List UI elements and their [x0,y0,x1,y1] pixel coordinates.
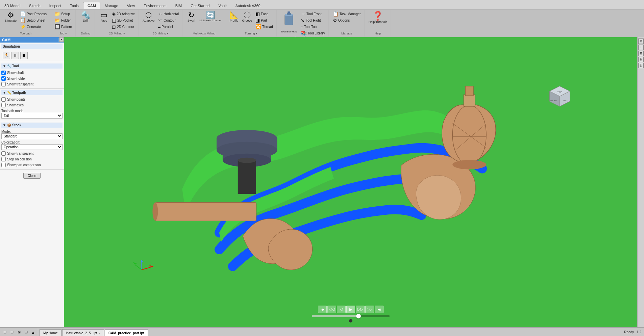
tool-top-button[interactable]: ↑ Tool Top [299,24,326,30]
playback-slider[interactable] [312,315,390,317]
tab-tools[interactable]: Tools [66,2,83,9]
simulate-button[interactable]: ⚙ Simulate [3,11,18,23]
tab-manage[interactable]: Manage [100,2,123,9]
pattern-button[interactable]: 🔲 Pattern [53,24,73,30]
playback-play-btn[interactable]: ▶ [346,306,355,313]
show-transparent-stock-checkbox[interactable] [1,151,6,156]
setup-button[interactable]: 📁 Setup [53,11,73,17]
tab-3dmodel[interactable]: 3D Model [0,2,25,9]
tab-a360[interactable]: Autodesk A360 [231,2,265,9]
part-button[interactable]: ◨ Part [254,17,274,23]
playback-prev-btn[interactable]: ◁ [337,306,346,313]
help-icon: ❓ [372,11,383,20]
tool-right-button[interactable]: ↘ Tool Right [299,17,326,23]
playback-first-btn[interactable]: ⏮ [318,306,327,313]
stock-section-title[interactable]: ▼ 📦 Stock [1,123,63,128]
tab-sketch[interactable]: Sketch [25,2,45,9]
sim-run-btn[interactable]: 🏃 [3,52,10,59]
face-label: Face [100,19,107,22]
rt-btn-2[interactable]: ↕ [638,45,644,50]
horizontal-button[interactable]: ↔ Horizontal [156,11,180,17]
show-axes-checkbox[interactable] [1,103,6,107]
rt-btn-4[interactable]: ⊕ [638,57,644,62]
drill-button[interactable]: 🔩 Drill [79,11,92,23]
face-button[interactable]: ▭ Face [98,11,110,23]
tab-inspect[interactable]: Inspect [45,2,66,9]
rt-btn-3[interactable]: ⊟ [638,51,644,56]
playback-prev-fast-btn[interactable]: ◁◁ [327,306,336,313]
show-axes-row: Show axes [1,102,63,108]
2d-adaptive-button[interactable]: ◈ 2D Adaptive [110,11,136,17]
setup-sheet-button[interactable]: 📋 Setup Sheet [19,17,48,23]
2d-contour-button[interactable]: ◻ 2D Contour [110,24,136,30]
2d-pocket-button[interactable]: ◫ 2D Pocket [110,17,136,23]
tab-bim[interactable]: BIM [171,2,187,9]
folder-button[interactable]: 📂 Folder [53,17,73,23]
close-simulation-btn[interactable]: Close [23,173,41,179]
show-points-row: Show points [1,97,63,102]
stop-on-collision-checkbox[interactable] [1,157,6,161]
mode-select[interactable]: Standard Translucent Wireframe Hidden [1,133,63,139]
show-transparent-tool-checkbox[interactable] [1,82,6,86]
setup-label: Setup [61,12,70,16]
sim-pause-btn[interactable]: ⏸ [11,52,19,59]
playback-last-btn[interactable]: ⏭ [375,306,383,313]
toolpath-section-title[interactable]: ▼ 📏 Toolpath [1,90,63,95]
playback-next-btn[interactable]: ▷▷ [356,306,365,313]
parallel-button[interactable]: ≡ Parallel [156,24,180,30]
generate-button[interactable]: ⚡ Generate [19,24,48,30]
bottom-icon-5[interactable]: ▲ [30,329,36,336]
tool-section-title[interactable]: ▼ 🔧 Tool [1,63,63,69]
manage-col: 📋 Task Manager ⚙ Options [331,11,362,23]
tab-my-home[interactable]: My Home [40,329,61,336]
tab-cam-practice[interactable]: CAM_practice_part.ipt [105,329,148,336]
toolpath-mode-select[interactable]: Tail Head Full [1,113,63,119]
contour-button[interactable]: 〰 Contour [156,17,180,23]
tab-instructable[interactable]: Instructable_2_5...ipt × [62,329,104,336]
show-shaft-checkbox[interactable] [1,71,6,75]
simulation-label: Simulation [3,45,20,48]
tool-library-button[interactable]: 📚 Tool Library [299,30,326,36]
tool-front-label: Tool Front [306,12,321,16]
tab-getstarted[interactable]: Get Started [186,2,214,9]
tab-cam[interactable]: CAM [83,2,100,9]
2dmilling-col: ◈ 2D Adaptive ◫ 2D Pocket ◻ 2D Contour [110,11,136,30]
3dmilling-col: ↔ Horizontal 〰 Contour ≡ Parallel [156,11,180,30]
bottom-icon-1[interactable]: ⊞ [1,329,8,336]
bottom-icon-3[interactable]: ⊠ [16,329,22,336]
profile-button[interactable]: 📐 Profile [228,11,240,23]
ribbon-group-help: ❓ Help/Tutorials Help [365,10,391,36]
adaptive-button[interactable]: ⬡ Adaptive [141,11,156,23]
task-manager-button[interactable]: 📋 Task Manager [331,11,362,17]
show-points-checkbox[interactable] [1,97,6,102]
playback-next-fast-btn[interactable]: ▷▷ [365,306,374,313]
panel-close-btn[interactable]: × [59,37,64,42]
show-holder-checkbox[interactable] [1,76,6,81]
tool-front-button[interactable]: → Tool Front [299,11,326,17]
options-button[interactable]: ⚙ Options [331,17,362,23]
multiaxis-contour-button[interactable]: 🔄 Multi-Axis Contour [198,11,223,23]
colorization-select[interactable]: Operation Tool None [1,144,63,150]
thread-button[interactable]: 🔀 Thread [254,24,274,30]
tool-isometric-icon [282,11,296,30]
show-part-comparison-checkbox[interactable] [1,163,6,167]
tab-view[interactable]: View [123,2,140,9]
groove-button[interactable]: 〇 Groove [241,11,254,23]
mode-container: Mode: Standard Translucent Wireframe Hid… [1,129,63,140]
tool-isometric-button[interactable]: Tool Isometric [279,11,299,34]
sim-stop-btn[interactable]: ⏹ [20,52,28,59]
rt-btn-5[interactable]: ⊗ [638,63,644,68]
turning-face-button[interactable]: ◧ Face [254,11,274,17]
tool-isometric-label: Tool Isometric [281,30,297,33]
tab-instructable-close[interactable]: × [99,332,100,335]
tab-vault[interactable]: Vault [214,2,231,9]
help-tutorials-button[interactable]: ❓ Help/Tutorials [367,11,389,24]
profile-icon: 📐 [229,11,239,19]
post-process-button[interactable]: 📄 Post Process [19,11,48,17]
rt-btn-1[interactable]: ⊞ [638,38,644,44]
bottom-icon-4[interactable]: ⊡ [23,329,29,336]
swarf-button[interactable]: ↻ Swarf [185,11,197,23]
bottom-icon-2[interactable]: ⊟ [8,329,15,336]
tab-environments[interactable]: Environments [139,2,171,9]
status-right: Ready 1 2 [624,328,644,336]
